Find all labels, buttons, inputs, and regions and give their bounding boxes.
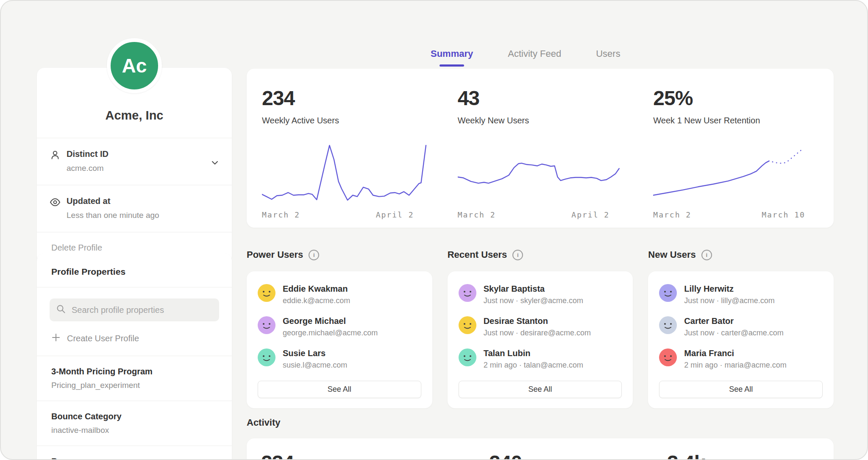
user-meta: 2 min ago · talan@acme.com bbox=[484, 361, 583, 370]
avatar-face-icon bbox=[258, 284, 275, 302]
x-axis-labels: March 2April 2 bbox=[458, 210, 609, 219]
user-list-item[interactable]: Desirae StantonJust now · desirare@acme.… bbox=[459, 316, 622, 337]
stat-value: 43 bbox=[458, 86, 623, 110]
search-input[interactable] bbox=[71, 305, 212, 315]
user-meta: Just now · skyler@acme.com bbox=[484, 296, 583, 305]
create-user-profile-button[interactable]: Create User Profile bbox=[37, 321, 232, 356]
user-name: Talan Lubin bbox=[484, 348, 583, 358]
user-text: Desirae StantonJust now · desirare@acme.… bbox=[484, 316, 591, 337]
tab-activity-feed[interactable]: Activity Feed bbox=[508, 48, 561, 67]
activity-value: 240 bbox=[489, 451, 522, 460]
user-meta: Just now · carter@acme.com bbox=[684, 329, 783, 337]
user-text: Eddie Kwakmaneddie.k@acme.com bbox=[283, 284, 350, 305]
profile-property-row[interactable]: BrowserChrome bbox=[37, 446, 232, 460]
field-value: acme.com bbox=[67, 164, 202, 173]
avatar-face-icon bbox=[459, 348, 476, 366]
user-avatar bbox=[258, 284, 275, 302]
eye-icon bbox=[50, 197, 61, 208]
app-frame: Ac Acme, Inc Distinct ID acme.com bbox=[0, 0, 868, 460]
person-icon bbox=[50, 150, 61, 161]
section-recent-users: Recent UsersiSkylar BaptistaJust now · s… bbox=[448, 246, 633, 408]
activity-value: 234 bbox=[261, 451, 294, 460]
user-avatar bbox=[659, 316, 677, 334]
activity-title: Activity bbox=[247, 417, 280, 428]
user-meta: Just now · lilly@acme.com bbox=[684, 296, 774, 305]
stat-week-1-new-user-retention: 25%Week 1 New User RetentionMarch 2March… bbox=[638, 86, 834, 228]
tabs: SummaryActivity FeedUsers bbox=[431, 48, 620, 67]
user-list-item[interactable]: George Michaelgeorge.michael@acme.com bbox=[258, 316, 421, 337]
user-name: Lilly Herwitz bbox=[684, 284, 774, 294]
axis-label-end: March 10 bbox=[762, 210, 805, 219]
create-user-profile-label: Create User Profile bbox=[67, 334, 139, 343]
chevron-down-icon[interactable] bbox=[210, 158, 220, 168]
tab-summary[interactable]: Summary bbox=[431, 48, 473, 67]
user-avatar bbox=[459, 316, 476, 334]
user-list-item[interactable]: Talan Lubin2 min ago · talan@acme.com bbox=[459, 348, 622, 370]
user-meta: 2 min ago · maria@acme.com bbox=[684, 361, 786, 370]
profile-properties-list: 3-Month Pricing ProgramPricing_plan_expe… bbox=[37, 356, 232, 460]
field-value: Less than one minute ago bbox=[67, 211, 202, 220]
user-text: George Michaelgeorge.michael@acme.com bbox=[283, 316, 378, 337]
see-all-button[interactable]: See All bbox=[659, 381, 823, 398]
user-meta: eddie.k@acme.com bbox=[283, 296, 350, 305]
user-avatar bbox=[258, 348, 275, 366]
see-all-button[interactable]: See All bbox=[258, 381, 421, 398]
user-sections: Power UsersiEddie Kwakmaneddie.k@acme.co… bbox=[247, 246, 834, 408]
section-power-users: Power UsersiEddie Kwakmaneddie.k@acme.co… bbox=[247, 246, 432, 408]
section-title: Recent Users bbox=[448, 249, 507, 260]
stat-value: 25% bbox=[653, 86, 818, 110]
user-name: George Michael bbox=[283, 316, 378, 326]
stat-weekly-new-users: 43Weekly New UsersMarch 2April 2 bbox=[442, 86, 638, 228]
user-avatar bbox=[258, 316, 275, 334]
avatar-face-icon bbox=[459, 316, 476, 334]
user-list-item[interactable]: Maria Franci2 min ago · maria@acme.com bbox=[659, 348, 823, 370]
stat-value: 234 bbox=[262, 86, 427, 110]
tab-users[interactable]: Users bbox=[596, 48, 620, 67]
user-meta: george.michael@acme.com bbox=[283, 329, 378, 337]
info-icon[interactable]: i bbox=[512, 250, 523, 260]
company-avatar: Ac bbox=[107, 38, 162, 93]
info-icon[interactable]: i bbox=[701, 250, 712, 260]
sparkline-chart bbox=[262, 137, 427, 209]
activity-value: 3.4k bbox=[667, 451, 705, 460]
user-meta: Just now · desirare@acme.com bbox=[484, 329, 591, 337]
profile-property-row[interactable]: Bounce Categoryinactive-mailbox bbox=[37, 401, 232, 446]
user-avatar bbox=[659, 348, 677, 366]
stat-weekly-active-users: 234Weekly Active UsersMarch 2April 2 bbox=[247, 86, 442, 228]
updated-at-row: Updated at Less than one minute ago bbox=[37, 185, 232, 232]
user-list-item[interactable]: Susie Larssusie.l@acme.com bbox=[258, 348, 421, 370]
see-all-button[interactable]: See All bbox=[459, 381, 622, 398]
x-axis-labels: March 2April 2 bbox=[262, 210, 414, 219]
axis-label-start: March 2 bbox=[262, 210, 300, 219]
property-name: 3-Month Pricing Program bbox=[51, 367, 217, 376]
user-list-item[interactable]: Carter BatorJust now · carter@acme.com bbox=[659, 316, 823, 337]
user-avatar bbox=[659, 284, 677, 302]
user-list-item[interactable]: Skylar BaptistaJust now · skyler@acme.co… bbox=[459, 284, 622, 305]
user-list-item[interactable]: Lilly HerwitzJust now · lilly@acme.com bbox=[659, 284, 823, 305]
user-avatar bbox=[459, 284, 476, 302]
axis-label-end: April 2 bbox=[571, 210, 609, 219]
profile-properties-card: Profile Properties Create User Profile 3… bbox=[37, 253, 232, 460]
field-label: Updated at bbox=[67, 196, 202, 206]
user-name: Eddie Kwakman bbox=[283, 284, 350, 294]
x-axis-labels: March 2March 10 bbox=[653, 210, 805, 219]
profile-property-row[interactable]: 3-Month Pricing ProgramPricing_plan_expe… bbox=[37, 356, 232, 401]
summary-stats-card: 234Weekly Active UsersMarch 2April 243We… bbox=[247, 69, 834, 228]
avatar-face-icon bbox=[258, 316, 275, 334]
sparkline-chart bbox=[458, 137, 623, 209]
distinct-id-row: Distinct ID acme.com bbox=[37, 138, 232, 185]
search-icon bbox=[56, 304, 66, 315]
avatar-face-icon bbox=[459, 284, 476, 302]
section-header: Recent Usersi bbox=[448, 249, 633, 260]
user-list-item[interactable]: Eddie Kwakmaneddie.k@acme.com bbox=[258, 284, 421, 305]
plus-icon bbox=[51, 333, 61, 344]
info-icon[interactable]: i bbox=[309, 250, 319, 260]
user-text: Talan Lubin2 min ago · talan@acme.com bbox=[484, 348, 583, 370]
user-list-card: Skylar BaptistaJust now · skyler@acme.co… bbox=[448, 271, 633, 408]
property-value: Pricing_plan_experiment bbox=[51, 381, 217, 390]
section-title: New Users bbox=[648, 249, 696, 260]
property-name: Browser bbox=[51, 457, 217, 460]
user-avatar bbox=[459, 348, 476, 366]
axis-label-end: April 2 bbox=[376, 210, 414, 219]
sidebar: Ac Acme, Inc Distinct ID acme.com bbox=[37, 1, 232, 460]
